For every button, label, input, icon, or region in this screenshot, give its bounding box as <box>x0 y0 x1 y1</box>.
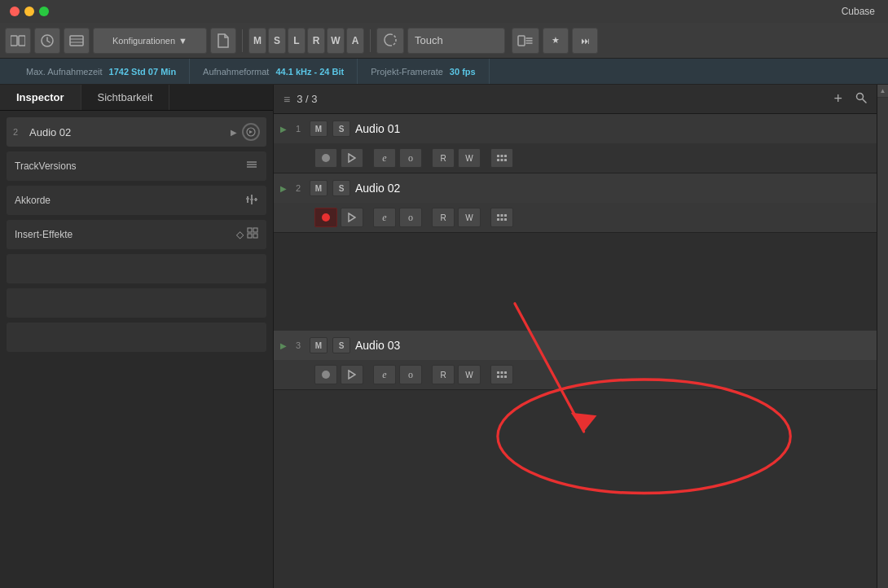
track-edit-audio02[interactable]: e <box>373 208 396 227</box>
svg-rect-24 <box>497 155 499 157</box>
scrollbar-thumb[interactable] <box>877 98 888 588</box>
track-solo-audio03[interactable]: S <box>332 337 350 353</box>
tab-inspector[interactable]: Inspector <box>0 85 81 110</box>
info-format-label: Aufnahmeformat <box>203 67 269 77</box>
track-inserts-audio02[interactable]: o <box>399 208 422 227</box>
toolbar-icon-2[interactable] <box>34 28 60 54</box>
track-read-audio01[interactable]: R <box>432 148 455 168</box>
svg-marker-30 <box>349 213 355 222</box>
transport-r[interactable]: R <box>307 28 325 54</box>
inspector-akkorde[interactable]: Akkorde <box>7 186 266 215</box>
track-expand-audio02[interactable]: ▶ <box>280 184 287 193</box>
track-controls-audio02: e o R W <box>274 203 877 232</box>
track-record-audio01[interactable] <box>314 148 337 168</box>
track-write-audio01[interactable]: W <box>458 148 481 168</box>
transport-l[interactable]: L <box>288 28 306 54</box>
svg-rect-19 <box>248 234 252 238</box>
toolbar-skip-icon[interactable]: ⏭ <box>572 28 598 54</box>
inspector-track-num: 2 <box>13 127 24 137</box>
touch-button[interactable]: Touch <box>407 28 505 54</box>
track-row-audio01: ▶ 1 M S Audio 01 <box>274 114 877 143</box>
inspector-akkorde-label: Akkorde <box>15 195 245 206</box>
track-expand-audio03[interactable]: ▶ <box>280 341 287 350</box>
track-inserts-audio01[interactable]: o <box>399 148 422 168</box>
minimize-button[interactable] <box>24 7 34 16</box>
inspector-insert-grid-icon <box>247 227 258 242</box>
transport-a[interactable]: A <box>346 28 364 54</box>
tracks-panel: ≡ 3 / 3 + ▶ 1 M S <box>274 85 877 588</box>
track-inserts-audio03[interactable]: o <box>399 365 422 384</box>
close-button[interactable] <box>10 7 20 16</box>
track-expand-audio01[interactable]: ▶ <box>280 125 287 134</box>
tracks-add-button[interactable]: + <box>833 90 842 108</box>
track-num-audio02: 2 <box>292 183 305 193</box>
track-name-audio01: Audio 01 <box>355 122 870 135</box>
tab-sichtbarkeit[interactable]: Sichtbarkeit <box>81 85 170 110</box>
info-recording-value: 1742 Std 07 Min <box>109 67 177 77</box>
track-record-audio03[interactable] <box>314 365 337 384</box>
track-list: ▶ 1 M S Audio 01 <box>274 114 877 390</box>
svg-rect-29 <box>504 159 507 161</box>
svg-rect-3 <box>70 36 83 46</box>
track-read-audio02[interactable]: R <box>432 208 455 227</box>
track-mute-audio02[interactable]: M <box>310 180 328 196</box>
track-edit-audio01[interactable]: e <box>373 148 396 168</box>
inspector-track-versions-icon <box>245 159 258 174</box>
inspector-track-arrow: ▶ <box>231 128 237 137</box>
track-monitor-audio01[interactable] <box>341 148 363 168</box>
track-mute-audio03[interactable]: M <box>310 337 328 353</box>
transport-m[interactable]: M <box>248 28 266 54</box>
tracks-count: 3 / 3 <box>297 93 827 105</box>
track-write-audio02[interactable]: W <box>458 208 481 227</box>
traffic-lights <box>10 7 49 16</box>
svg-rect-36 <box>504 218 507 221</box>
transport-w[interactable]: W <box>327 28 345 54</box>
info-format: Aufnahmeformat 44.1 kHz - 24 Bit <box>190 59 358 84</box>
track-grid-audio03[interactable] <box>490 365 513 384</box>
track-mute-audio01[interactable]: M <box>310 121 328 137</box>
touch-area-icon[interactable] <box>376 28 404 54</box>
inspector-content: 2 Audio 02 ▶ TrackVersions <box>0 111 273 358</box>
toolbar-icon-3[interactable] <box>64 28 90 54</box>
toolbar-file-icon[interactable] <box>210 28 236 54</box>
scrollbar-up[interactable]: ▲ <box>877 85 888 98</box>
konfigurationen-dropdown[interactable]: Konfigurationen ▼ <box>93 28 207 54</box>
track-read-audio03[interactable]: R <box>432 365 455 384</box>
toolbar-right-icon[interactable] <box>512 28 539 54</box>
inspector-track-row[interactable]: 2 Audio 02 ▶ <box>7 117 266 147</box>
info-recording-time: Max. Aufnahmezeit 1742 Std 07 Min <box>13 59 190 84</box>
track-num-audio03: 3 <box>292 340 305 350</box>
track-record-audio02[interactable] <box>314 208 337 227</box>
left-panel: Inspector Sichtbarkeit 2 Audio 02 ▶ <box>0 85 274 588</box>
track-monitor-audio03[interactable] <box>341 365 363 384</box>
panel-tabs: Inspector Sichtbarkeit <box>0 85 273 111</box>
toolbar-icon-1[interactable] <box>5 28 31 54</box>
annotation-arrowhead <box>571 413 597 432</box>
annotation-circle <box>498 380 790 494</box>
maximize-button[interactable] <box>39 7 49 16</box>
tracks-list-icon: ≡ <box>284 93 290 106</box>
transport-s[interactable]: S <box>268 28 286 54</box>
toolbar-star-icon[interactable]: ★ <box>543 28 569 54</box>
svg-rect-31 <box>497 214 499 217</box>
info-framerate-label: Projekt-Framerate <box>371 67 443 77</box>
svg-rect-17 <box>248 228 252 232</box>
tracks-search-button[interactable] <box>855 92 867 106</box>
inspector-insert-effekte[interactable]: Insert-Effekte ◇ <box>7 220 266 249</box>
track-row-audio03: ▶ 3 M S Audio 03 <box>274 331 877 360</box>
track-item-audio01: ▶ 1 M S Audio 01 <box>274 114 877 173</box>
track-grid-audio02[interactable] <box>490 208 513 227</box>
track-num-audio01: 1 <box>292 124 305 134</box>
inspector-track-versions[interactable]: TrackVersions <box>7 151 266 181</box>
inspector-akkorde-icon <box>245 193 258 208</box>
track-write-audio03[interactable]: W <box>458 365 481 384</box>
track-edit-audio03[interactable]: e <box>373 365 396 384</box>
track-monitor-audio02[interactable] <box>341 208 363 227</box>
track-solo-audio01[interactable]: S <box>332 121 350 137</box>
track-grid-audio01[interactable] <box>490 148 513 168</box>
track-controls-audio03: e o R W <box>274 360 877 389</box>
inspector-track-icon[interactable] <box>242 123 260 141</box>
track-item-audio02: ▶ 2 M S Audio 02 <box>274 173 877 233</box>
track-solo-audio02[interactable]: S <box>332 180 350 196</box>
svg-rect-6 <box>518 36 525 46</box>
